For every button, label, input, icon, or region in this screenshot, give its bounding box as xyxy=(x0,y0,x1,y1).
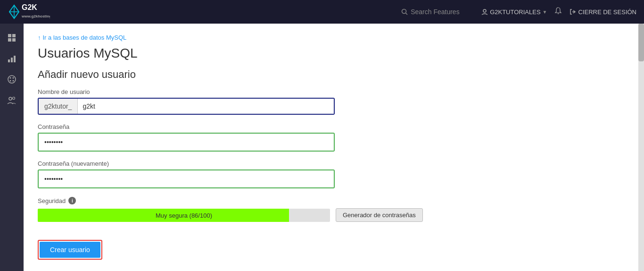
sidebar xyxy=(0,24,24,271)
sidebar-item-users[interactable] xyxy=(2,91,21,110)
svg-point-17 xyxy=(8,76,16,83)
logout-button[interactable]: CIERRE DE SESIÓN xyxy=(570,8,636,16)
section-title: Añadir nuevo usuario xyxy=(38,68,624,81)
scrollbar-thumb[interactable] xyxy=(638,24,644,61)
sidebar-item-palette[interactable] xyxy=(2,70,21,89)
password-label: Contraseña xyxy=(38,123,624,130)
svg-rect-15 xyxy=(11,58,13,62)
logout-icon xyxy=(570,8,576,15)
password-wrapper xyxy=(38,133,335,152)
svg-point-23 xyxy=(13,97,15,100)
password2-group: Contraseña (nuevamente) xyxy=(38,160,624,188)
svg-rect-16 xyxy=(14,56,16,62)
sidebar-item-grid[interactable] xyxy=(2,28,21,47)
svg-point-5 xyxy=(402,9,406,14)
password2-input[interactable] xyxy=(39,170,334,187)
svg-rect-10 xyxy=(8,34,11,37)
password2-label: Contraseña (nuevamente) xyxy=(38,160,624,167)
svg-rect-11 xyxy=(12,34,16,37)
password-input[interactable] xyxy=(39,134,334,151)
svg-point-21 xyxy=(13,80,14,82)
security-row: Muy segura (86/100) Generador de contras… xyxy=(38,208,624,222)
svg-point-19 xyxy=(13,77,14,79)
svg-line-6 xyxy=(406,13,408,15)
info-icon[interactable]: i xyxy=(68,197,76,204)
user-label: G2KTUTORIALES xyxy=(490,8,540,16)
svg-rect-14 xyxy=(8,59,10,62)
svg-point-22 xyxy=(9,97,12,100)
navbar: G2K www.g2khosting.com G2KTUTORIALES ▼ xyxy=(0,0,644,24)
notifications-bell[interactable] xyxy=(554,7,562,17)
search-bar[interactable] xyxy=(401,8,472,16)
username-input[interactable] xyxy=(78,99,334,114)
svg-rect-12 xyxy=(8,38,11,42)
progress-bar-label: Muy segura (86/100) xyxy=(156,212,212,219)
security-group: Seguridad i Muy segura (86/100) Generado… xyxy=(38,197,624,222)
user-menu[interactable]: G2KTUTORIALES ▼ xyxy=(481,8,547,16)
svg-rect-13 xyxy=(12,38,16,42)
grid-icon xyxy=(7,33,17,42)
logo-svg: G2K www.g2khosting.com xyxy=(8,3,50,20)
security-label-row: Seguridad i xyxy=(38,197,624,204)
search-icon xyxy=(401,8,408,15)
chevron-down-icon: ▼ xyxy=(543,9,547,15)
main-content: ↑ Ir a las bases de datos MySQL Usuarios… xyxy=(24,24,638,271)
username-prefix: g2ktutor_ xyxy=(39,99,78,114)
breadcrumb-link[interactable]: ↑ Ir a las bases de datos MySQL xyxy=(38,34,126,41)
breadcrumb-text: Ir a las bases de datos MySQL xyxy=(43,34,127,41)
svg-text:G2K: G2K xyxy=(22,3,37,11)
svg-point-20 xyxy=(10,80,11,82)
users-icon xyxy=(7,95,17,105)
username-label: Nombre de usuario xyxy=(38,88,624,95)
password2-wrapper xyxy=(38,169,335,188)
progress-bar: Muy segura (86/100) xyxy=(38,209,330,222)
security-label: Seguridad xyxy=(38,197,66,204)
create-user-button[interactable]: Crear usuario xyxy=(40,242,100,258)
svg-point-7 xyxy=(483,9,486,12)
svg-point-18 xyxy=(10,77,11,79)
user-icon xyxy=(481,8,488,15)
bell-icon xyxy=(554,7,562,15)
page-title: Usuarios MySQL xyxy=(38,46,624,61)
brand-logo: G2K www.g2khosting.com xyxy=(8,3,50,20)
palette-icon xyxy=(7,75,17,84)
scrollbar-track[interactable] xyxy=(638,24,644,271)
username-wrapper: g2ktutor_ xyxy=(38,98,335,115)
search-input[interactable] xyxy=(411,8,472,16)
create-button-wrapper: Crear usuario xyxy=(38,240,102,260)
username-group: Nombre de usuario g2ktutor_ xyxy=(38,88,624,115)
generate-password-button[interactable]: Generador de contraseñas xyxy=(336,208,423,222)
chart-icon xyxy=(7,54,17,63)
logo: G2K www.g2khosting.com xyxy=(8,3,50,20)
logout-label: CIERRE DE SESIÓN xyxy=(578,8,636,16)
sidebar-item-chart[interactable] xyxy=(2,49,21,68)
password-group: Contraseña xyxy=(38,123,624,152)
svg-text:www.g2khosting.com: www.g2khosting.com xyxy=(21,14,50,18)
breadcrumb-arrow: ↑ xyxy=(38,34,41,41)
